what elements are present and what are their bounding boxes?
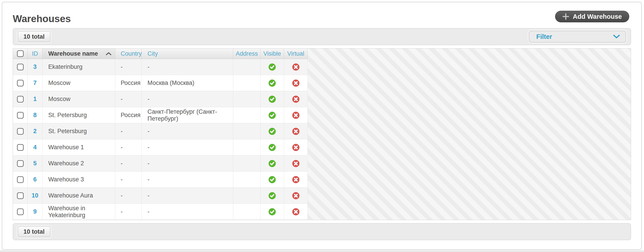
row-checkbox[interactable] [17,112,24,119]
cell-country: - [115,59,142,75]
table-header-row: ID Warehouse name Country City Address [13,48,308,59]
column-header-name[interactable]: Warehouse name [42,48,115,59]
visible-yes-icon [268,80,276,87]
virtual-no-icon [292,144,300,151]
cell-address [233,123,260,139]
table-row: 6 Warehouse 3 - - [13,172,308,188]
cell-visible [260,59,284,75]
cell-virtual [284,59,308,75]
warehouse-id-link[interactable]: 4 [33,144,37,151]
table-row: 8 St. Petersburg Россия Санкт-Петербург … [13,107,308,123]
row-checkbox[interactable] [17,128,24,135]
warehouse-country: - [121,64,123,70]
warehouse-id-link[interactable]: 3 [33,64,37,70]
column-header-country[interactable]: Country [115,48,142,59]
cell-address [233,75,260,91]
warehouse-city: - [148,144,150,151]
cell-id: 5 [28,156,42,171]
cell-name: Warehouse in Yekaterinburg [42,204,115,220]
visible-yes-icon [268,192,276,199]
warehouse-id-link[interactable]: 2 [33,128,37,135]
bottom-toolbar: 10 total [13,223,631,240]
warehouse-id-link[interactable]: 6 [33,176,37,183]
cell-city: - [142,140,233,155]
cell-visible [260,140,284,155]
content-card: Warehouses Add Warehouse 10 total Filter… [2,2,642,250]
cell-city: - [142,172,233,188]
row-checkbox[interactable] [17,176,24,183]
cell-country: - [115,204,142,220]
column-header-visible[interactable]: Visible [260,48,284,59]
cell-name: Warehouse 1 [42,140,115,155]
cell-country: - [115,140,142,155]
cell-country: - [115,172,142,188]
warehouse-name: Warehouse 2 [48,160,84,167]
cell-city: - [142,123,233,139]
cell-virtual [284,123,308,139]
cell-select [13,156,28,171]
top-toolbar: 10 total Filter [13,28,631,45]
row-checkbox[interactable] [17,144,24,151]
cell-select [13,140,28,155]
table-row: 5 Warehouse 2 - - [13,156,308,172]
warehouse-name: Warehouse 3 [48,176,84,183]
row-checkbox[interactable] [17,64,24,70]
cell-country: - [115,188,142,204]
cell-city: - [142,59,233,75]
warehouse-id-link[interactable]: 5 [33,160,37,167]
warehouse-name: Moscow [48,96,70,102]
cell-visible [260,91,284,107]
cell-id: 3 [28,59,42,75]
table-main: ID Warehouse name Country City Address [13,48,308,220]
column-header-address[interactable]: Address [233,48,260,59]
virtual-no-icon [292,80,300,87]
visible-yes-icon [268,96,276,103]
cell-address [233,59,260,75]
cell-virtual [284,172,308,188]
add-warehouse-button[interactable]: Add Warehouse [555,11,629,22]
cell-city: Санкт-Петербург (Санкт-Петербург) [142,107,233,123]
visible-yes-icon [268,160,276,167]
warehouse-id-link[interactable]: 1 [33,96,37,102]
warehouse-city: Москва (Москва) [148,80,194,86]
row-checkbox[interactable] [17,160,24,167]
plus-icon [562,13,569,20]
warehouse-id-link[interactable]: 9 [33,208,37,215]
cell-id: 2 [28,123,42,139]
total-count-button-bottom[interactable]: 10 total [18,226,50,237]
row-checkbox[interactable] [17,80,24,86]
visible-yes-icon [268,144,276,151]
select-all-checkbox[interactable] [17,50,24,57]
cell-country: Россия [115,75,142,91]
add-warehouse-label: Add Warehouse [573,13,622,20]
warehouse-id-link[interactable]: 10 [32,192,38,199]
column-header-virtual[interactable]: Virtual [284,48,308,59]
column-header-select-all[interactable] [13,48,28,59]
warehouse-city: - [148,128,150,135]
warehouses-table: ID Warehouse name Country City Address [13,48,631,220]
warehouse-id-link[interactable]: 7 [33,80,37,86]
row-checkbox[interactable] [17,208,24,215]
row-checkbox[interactable] [17,192,24,199]
cell-select [13,123,28,139]
row-checkbox[interactable] [17,96,24,102]
cell-address [233,172,260,188]
cell-id: 8 [28,107,42,123]
cell-select [13,204,28,220]
virtual-no-icon [292,208,300,215]
cell-name: Ekaterinburg [42,59,115,75]
warehouse-country: - [121,208,123,215]
cell-address [233,140,260,155]
warehouse-country: - [121,128,123,135]
cell-country: - [115,91,142,107]
visible-yes-icon [268,64,276,70]
page-title: Warehouses [13,14,71,24]
virtual-no-icon [292,192,300,199]
warehouse-id-link[interactable]: 8 [33,112,37,119]
warehouse-country: Россия [121,80,140,86]
filter-dropdown[interactable]: Filter [529,30,626,43]
column-header-city[interactable]: City [142,48,233,59]
warehouse-country: Россия [121,112,140,119]
column-header-id[interactable]: ID [28,48,42,59]
total-count-button[interactable]: 10 total [18,31,50,42]
